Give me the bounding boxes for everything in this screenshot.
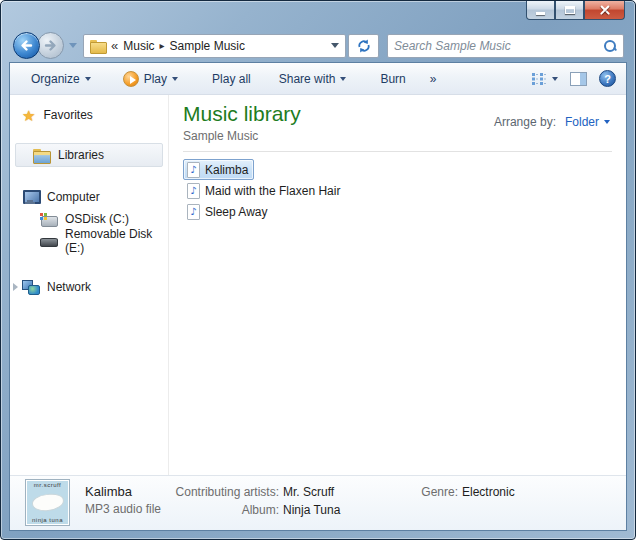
client-area: Organize Play Play all Share with Burn »: [9, 62, 627, 531]
history-dropdown-icon[interactable]: [69, 43, 77, 48]
library-header: Music library Sample Music Arrange by: F…: [183, 101, 612, 143]
help-icon: ?: [604, 73, 611, 85]
music-file-icon: ♪: [187, 183, 200, 199]
refresh-icon: [356, 38, 372, 54]
computer-icon: [22, 190, 39, 204]
share-with-button[interactable]: Share with: [270, 68, 356, 90]
arrange-by-control: Arrange by: Folder: [494, 115, 612, 129]
album-art-artist-text: mr.scruff: [34, 482, 61, 488]
forward-button[interactable]: [37, 32, 64, 59]
chevron-down-icon: [552, 77, 558, 81]
music-note-icon: ♪: [190, 186, 196, 196]
breadcrumb-item-music[interactable]: Music: [123, 39, 154, 53]
search-input[interactable]: [394, 39, 603, 53]
details-pane: mr.scruff ninja tuna Kalimba MP3 audio f…: [10, 475, 626, 530]
search-icon[interactable]: [603, 39, 617, 53]
command-toolbar: Organize Play Play all Share with Burn »: [10, 63, 626, 95]
overflow-chevrons: »: [430, 72, 437, 86]
favorites-label: Favorites: [43, 108, 92, 122]
network-icon: [22, 280, 39, 294]
header-divider: [183, 151, 612, 152]
maximize-button[interactable]: [555, 1, 584, 20]
help-button[interactable]: ?: [599, 70, 616, 87]
hard-disk-icon: [40, 213, 57, 226]
chevron-down-icon: [604, 120, 610, 124]
file-item-sleep-away[interactable]: ♪ Sleep Away: [183, 201, 274, 222]
breadcrumb-separator-icon: ▸: [160, 40, 165, 51]
contributing-artists-label: Contributing artists:: [160, 485, 279, 499]
expand-arrow-icon[interactable]: [13, 283, 18, 291]
play-all-button[interactable]: Play all: [203, 68, 260, 90]
play-icon: [123, 71, 139, 87]
network-label: Network: [47, 280, 91, 294]
minimize-button[interactable]: [526, 1, 555, 20]
file-name: Maid with the Flaxen Hair: [205, 184, 340, 198]
sidebar-item-osdisk[interactable]: OSDisk (C:): [10, 209, 168, 229]
views-icon: [531, 72, 547, 86]
chevron-down-icon: [172, 77, 178, 81]
maximize-icon: [565, 6, 575, 14]
address-bar[interactable]: « Music ▸ Sample Music: [83, 34, 346, 58]
navigation-bar: « Music ▸ Sample Music: [13, 32, 624, 59]
album-art-album-text: ninja tuna: [32, 517, 63, 523]
toolbar-right-group: ?: [531, 70, 616, 87]
computer-label: Computer: [47, 190, 100, 204]
close-button[interactable]: [584, 1, 625, 20]
play-button[interactable]: Play: [114, 67, 187, 91]
removable-disk-icon: [40, 235, 57, 247]
details-file-title: Kalimba: [85, 484, 132, 499]
album-art-blob: [31, 492, 65, 512]
album-value[interactable]: Ninja Tuna: [283, 503, 340, 517]
album-art-thumbnail: mr.scruff ninja tuna: [25, 479, 70, 526]
sidebar-item-computer[interactable]: Computer: [10, 187, 168, 207]
body-split: ★ Favorites Libraries Computer OSDisk (C…: [10, 95, 626, 475]
music-file-icon: ♪: [187, 162, 200, 178]
preview-pane-icon: [570, 72, 587, 86]
minimize-icon: [536, 12, 545, 15]
toolbar-overflow-button[interactable]: »: [421, 68, 446, 90]
refresh-button[interactable]: [348, 34, 379, 58]
music-note-icon: ♪: [190, 207, 196, 217]
navigation-pane: ★ Favorites Libraries Computer OSDisk (C…: [10, 95, 168, 475]
music-note-icon: ♪: [190, 165, 196, 175]
burn-label: Burn: [380, 72, 405, 86]
arrange-by-dropdown[interactable]: Folder: [565, 115, 610, 129]
close-icon: [599, 4, 611, 16]
change-view-button[interactable]: [531, 72, 558, 86]
breadcrumb-item-sample-music[interactable]: Sample Music: [170, 39, 245, 53]
back-arrow-icon: [18, 37, 35, 54]
organize-label: Organize: [31, 72, 80, 86]
file-list-pane: Music library Sample Music Arrange by: F…: [169, 95, 626, 475]
file-name: Sleep Away: [205, 205, 268, 219]
file-item-kalimba[interactable]: ♪ Kalimba: [183, 159, 254, 180]
forward-arrow-icon: [42, 37, 59, 54]
genre-label: Genre:: [375, 485, 458, 499]
sidebar-item-favorites[interactable]: ★ Favorites: [10, 105, 168, 125]
file-item-maid-with-the-flaxen-hair[interactable]: ♪ Maid with the Flaxen Hair: [183, 180, 346, 201]
chevron-down-icon: [85, 77, 91, 81]
burn-button[interactable]: Burn: [371, 68, 414, 90]
music-file-icon: ♪: [187, 204, 200, 220]
sidebar-item-removable-disk[interactable]: Removable Disk (E:): [10, 231, 168, 251]
explorer-window: « Music ▸ Sample Music Organize: [0, 0, 636, 540]
libraries-label: Libraries: [58, 148, 104, 162]
folder-icon: [90, 40, 106, 52]
removable-disk-label: Removable Disk (E:): [65, 227, 168, 255]
address-dropdown-icon[interactable]: [331, 43, 339, 48]
arrange-by-value: Folder: [565, 115, 599, 129]
back-button[interactable]: [13, 32, 40, 59]
play-all-label: Play all: [212, 72, 251, 86]
contributing-artists-value[interactable]: Mr. Scruff: [283, 485, 334, 499]
organize-button[interactable]: Organize: [22, 68, 100, 90]
genre-value[interactable]: Electronic: [462, 485, 515, 499]
preview-pane-button[interactable]: [570, 72, 587, 86]
library-subtitle: Sample Music: [183, 129, 301, 143]
sidebar-item-network[interactable]: Network: [10, 277, 168, 297]
album-label: Album:: [160, 503, 279, 517]
breadcrumb-overflow[interactable]: «: [111, 38, 118, 53]
chevron-down-icon: [340, 77, 346, 81]
osdisk-label: OSDisk (C:): [65, 212, 129, 226]
libraries-icon: [33, 149, 50, 162]
library-title: Music library: [183, 101, 301, 126]
sidebar-item-libraries[interactable]: Libraries: [15, 143, 163, 167]
